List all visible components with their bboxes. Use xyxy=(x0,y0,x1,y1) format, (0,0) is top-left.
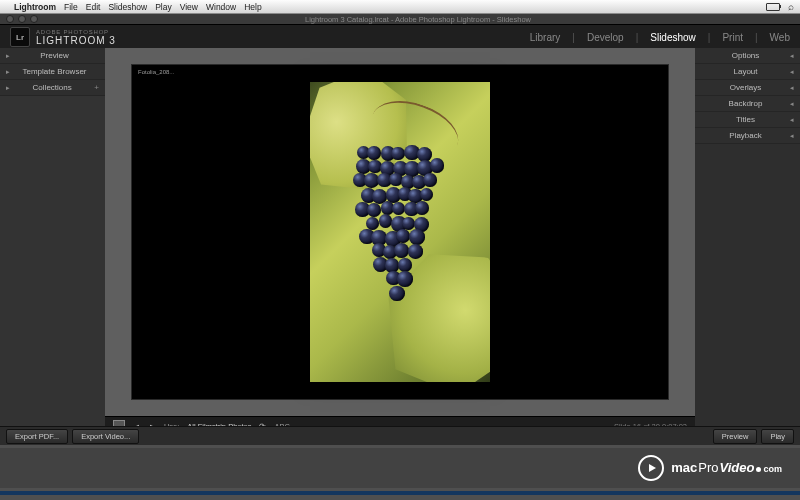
panel-preview[interactable]: ▸Preview xyxy=(0,48,105,64)
lightroom-logo-icon: Lr xyxy=(10,27,30,47)
export-pdf-button[interactable]: Export PDF... xyxy=(6,429,68,444)
panel-playback[interactable]: Playback◂ xyxy=(695,128,800,144)
menu-help[interactable]: Help xyxy=(244,2,261,12)
module-slideshow[interactable]: Slideshow xyxy=(650,32,696,43)
export-video-button[interactable]: Export Video... xyxy=(72,429,139,444)
module-print[interactable]: Print xyxy=(722,32,743,43)
menu-play[interactable]: Play xyxy=(155,2,172,12)
window-titlebar: Lightroom 3 Catalog.lrcat - Adobe Photos… xyxy=(0,14,800,24)
panel-template-browser[interactable]: ▸Template Browser xyxy=(0,64,105,80)
menu-edit[interactable]: Edit xyxy=(86,2,101,12)
brand-line2: LIGHTROOM 3 xyxy=(36,35,116,46)
panel-overlays[interactable]: Overlays◂ xyxy=(695,80,800,96)
module-develop[interactable]: Develop xyxy=(587,32,624,43)
panel-layout[interactable]: Layout◂ xyxy=(695,64,800,80)
panel-collections[interactable]: ▸Collections+ xyxy=(0,80,105,96)
menu-app-name[interactable]: Lightroom xyxy=(14,2,56,12)
brand-line1: ADOBE PHOTOSHOP xyxy=(36,29,116,35)
left-panel: ▸Preview ▸Template Browser ▸Collections+ xyxy=(0,48,105,435)
panel-options[interactable]: Options◂ xyxy=(695,48,800,64)
menu-view[interactable]: View xyxy=(180,2,198,12)
battery-icon xyxy=(766,3,780,11)
slide-editor[interactable]: Fotolia_208... xyxy=(105,48,695,416)
menu-window[interactable]: Window xyxy=(206,2,236,12)
play-ring-icon xyxy=(638,455,664,481)
right-panel: Options◂ Layout◂ Overlays◂ Backdrop◂ Tit… xyxy=(695,48,800,435)
panel-titles[interactable]: Titles◂ xyxy=(695,112,800,128)
play-button[interactable]: Play xyxy=(761,429,794,444)
slide-image xyxy=(310,82,490,382)
panel-backdrop[interactable]: Backdrop◂ xyxy=(695,96,800,112)
module-picker: Library| Develop| Slideshow| Print| Web xyxy=(530,32,790,43)
spotlight-icon[interactable]: ⌕ xyxy=(788,1,794,12)
module-library[interactable]: Library xyxy=(530,32,561,43)
progress-baseline xyxy=(0,491,800,495)
site-watermark-strip: mac Pro Video com xyxy=(0,448,800,488)
menu-slideshow[interactable]: Slideshow xyxy=(108,2,147,12)
window-title: Lightroom 3 Catalog.lrcat - Adobe Photos… xyxy=(42,15,794,24)
slide-filename: Fotolia_208... xyxy=(138,69,174,75)
zoom-icon[interactable] xyxy=(30,15,38,23)
close-icon[interactable] xyxy=(6,15,14,23)
footer-bar: Export PDF... Export Video... Preview Pl… xyxy=(0,426,800,445)
module-web[interactable]: Web xyxy=(770,32,790,43)
minimize-icon[interactable] xyxy=(18,15,26,23)
menu-file[interactable]: File xyxy=(64,2,78,12)
slide-frame: Fotolia_208... xyxy=(131,64,669,400)
preview-button[interactable]: Preview xyxy=(713,429,758,444)
macprovideo-logo: mac Pro Video com xyxy=(638,455,782,481)
lightroom-header: Lr ADOBE PHOTOSHOP LIGHTROOM 3 Library| … xyxy=(0,24,800,50)
mac-menu-bar: Lightroom File Edit Slideshow Play View … xyxy=(0,0,800,14)
